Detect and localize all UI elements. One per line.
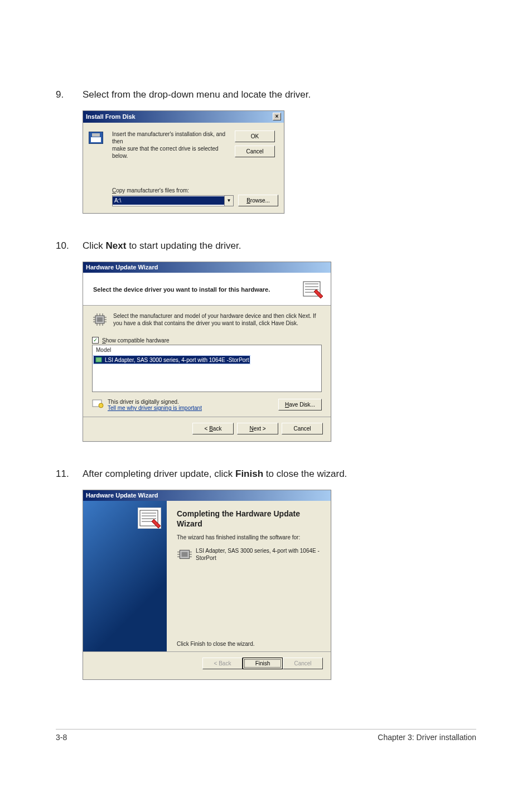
svg-point-5 [99, 403, 103, 408]
hardware-update-wizard-complete-dialog: Hardware Update Wizard Completing the Ha… [83, 490, 331, 680]
cancel-button: Cancel [283, 658, 323, 669]
cancel-button[interactable]: Cancel [282, 423, 323, 434]
ok-button[interactable]: OK [235, 131, 275, 142]
driver-signing-link[interactable]: Tell me why driver signing is important [108, 405, 202, 411]
close-icon[interactable]: × [273, 113, 281, 120]
back-button: < Back [202, 658, 243, 669]
chip-icon [92, 312, 109, 327]
model-column-header: Model [93, 345, 321, 355]
svg-rect-8 [182, 552, 188, 557]
step-11-number: 11. [56, 468, 83, 480]
model-list[interactable]: LSI Adapter, SAS 3000 series, 4-port wit… [93, 355, 321, 392]
browse-button[interactable]: Browse... [238, 195, 278, 206]
dialog-title: Hardware Update Wizard [86, 264, 158, 270]
have-disk-button[interactable]: Have Disk... [278, 399, 322, 410]
wizard-complete-subtext: The wizard has finished installing the s… [177, 534, 322, 540]
chevron-down-icon[interactable]: ▼ [224, 196, 233, 206]
step-10-text: Click Next to start updating the driver. [83, 240, 476, 252]
svg-rect-2 [97, 317, 103, 322]
wizard-complete-heading: Completing the Hardware Update Wizard [177, 509, 322, 529]
step-9-number: 9. [56, 89, 83, 100]
hardware-update-wizard-select-dialog: Hardware Update Wizard Select the device… [83, 262, 331, 442]
step-10-number: 10. [56, 240, 83, 252]
next-button[interactable]: Next > [237, 423, 278, 434]
chapter-label: Chapter 3: Driver installation [378, 733, 476, 742]
step-9-text: Select from the drop-down menu and locat… [83, 89, 476, 100]
model-list-item[interactable]: LSI Adapter, SAS 3000 series, 4-port wit… [94, 356, 250, 364]
install-message-line2: make sure that the correct drive is sele… [112, 146, 219, 159]
svg-rect-3 [96, 357, 101, 362]
step-11-text: After completing driver update, click Fi… [83, 468, 476, 480]
chip-icon [95, 356, 103, 363]
install-message-line1: Insert the manufacturer's installation d… [112, 131, 225, 144]
floppy-disk-icon [89, 132, 107, 147]
combo-selected-value: A:\ [113, 196, 224, 205]
dialog-title: Hardware Update Wizard [86, 492, 158, 499]
hardware-wizard-icon [302, 279, 324, 299]
driver-signed-text: This driver is digitally signed. [108, 399, 278, 405]
wizard-info-text: Select the manufacturer and model of you… [113, 312, 322, 327]
wizard-finish-instruction: Click Finish to close the wizard. [177, 619, 322, 647]
copy-from-label: Copy manufacturer's files from: [112, 187, 278, 194]
cancel-button[interactable]: Cancel [235, 146, 275, 157]
certificate-icon [92, 399, 104, 409]
hardware-wizard-icon [138, 508, 161, 529]
dialog-title: Install From Disk [86, 113, 136, 120]
show-compatible-checkbox[interactable]: ✓ [92, 337, 99, 344]
installed-device-name: LSI Adapter, SAS 3000 series, 4-port wit… [196, 547, 322, 562]
wizard-side-banner [83, 501, 167, 651]
install-from-disk-dialog: Install From Disk × Insert the manufactu… [83, 110, 284, 214]
wizard-head-text: Select the device driver you want to ins… [93, 286, 302, 293]
finish-button[interactable]: Finish [243, 658, 283, 669]
show-compatible-label: Show compatible hardware [102, 337, 170, 344]
page-number: 3-8 [56, 733, 67, 742]
copy-from-combo[interactable]: A:\ ▼ [112, 195, 234, 206]
back-button[interactable]: < Back [192, 423, 234, 434]
chip-icon [177, 547, 191, 561]
